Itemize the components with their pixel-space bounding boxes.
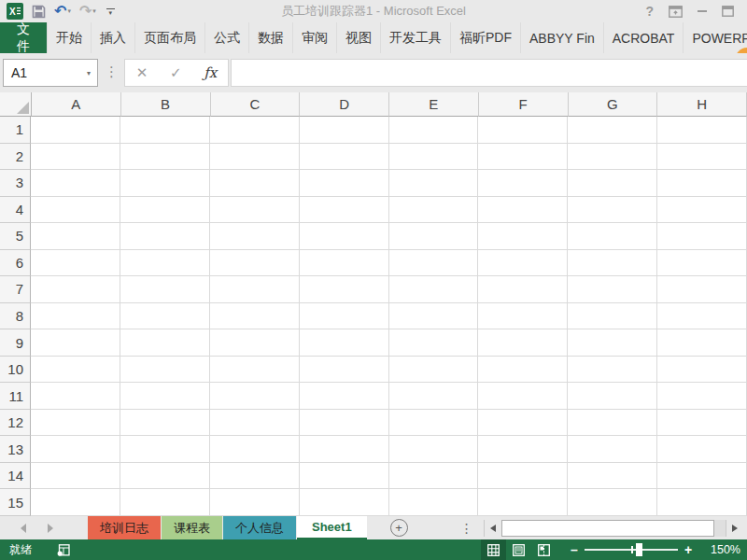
row-header[interactable]: 1 xyxy=(0,117,31,144)
cell[interactable] xyxy=(210,357,300,384)
cell[interactable] xyxy=(210,117,300,144)
cell[interactable] xyxy=(300,250,389,277)
row-header[interactable]: 14 xyxy=(0,463,31,490)
cell[interactable] xyxy=(657,197,747,224)
cell[interactable] xyxy=(657,383,747,410)
cell[interactable] xyxy=(120,383,210,410)
cell[interactable] xyxy=(568,250,657,277)
page-layout-view-button[interactable] xyxy=(506,539,531,560)
enter-icon[interactable]: ✓ xyxy=(170,64,182,81)
redo-dropdown-icon[interactable]: ▾ xyxy=(92,7,96,15)
cell[interactable] xyxy=(300,117,389,144)
cell[interactable] xyxy=(210,223,300,250)
cell[interactable] xyxy=(31,303,120,330)
cell[interactable] xyxy=(389,223,479,250)
cell[interactable] xyxy=(31,117,120,144)
cell[interactable] xyxy=(389,144,479,171)
cell[interactable] xyxy=(210,410,300,437)
cell[interactable] xyxy=(478,170,568,197)
cell[interactable] xyxy=(31,436,120,463)
cell[interactable] xyxy=(478,223,568,250)
cell[interactable] xyxy=(300,197,389,224)
sheet-tab[interactable]: 课程表 xyxy=(162,516,222,539)
ribbon-tab[interactable]: ABBYY Fin xyxy=(521,22,604,53)
cell[interactable] xyxy=(31,329,120,357)
row-header[interactable]: 7 xyxy=(0,276,31,303)
cell[interactable] xyxy=(300,357,389,384)
cell[interactable] xyxy=(568,357,657,384)
cell[interactable] xyxy=(31,144,120,171)
cell[interactable] xyxy=(657,223,747,250)
excel-app-icon[interactable]: X xyxy=(7,3,23,20)
cell[interactable] xyxy=(120,197,210,224)
cell[interactable] xyxy=(31,223,120,250)
cell[interactable] xyxy=(478,303,568,330)
name-box[interactable]: A1 ▾ xyxy=(3,59,98,87)
cell[interactable] xyxy=(568,463,657,490)
minimize-icon[interactable] xyxy=(698,10,707,12)
cell[interactable] xyxy=(568,223,657,250)
row-header[interactable]: 12 xyxy=(0,410,31,437)
cell[interactable] xyxy=(657,357,747,384)
cell[interactable] xyxy=(568,117,657,144)
cell[interactable] xyxy=(568,383,657,410)
cell[interactable] xyxy=(657,329,747,357)
row-header[interactable]: 6 xyxy=(0,250,31,277)
cell[interactable] xyxy=(120,463,210,490)
row-header[interactable]: 11 xyxy=(0,383,31,410)
row-header[interactable]: 8 xyxy=(0,303,31,330)
cell[interactable] xyxy=(120,489,210,516)
cell[interactable] xyxy=(478,329,568,357)
ribbon-tab[interactable]: 福昕PDF xyxy=(451,22,521,53)
zoom-level-label[interactable]: 150% xyxy=(705,543,740,556)
cell[interactable] xyxy=(210,436,300,463)
cell[interactable] xyxy=(31,463,120,490)
cell[interactable] xyxy=(300,329,389,357)
ribbon-tab[interactable]: 插入 xyxy=(92,22,135,53)
help-icon[interactable]: ? xyxy=(645,4,654,19)
cell[interactable] xyxy=(389,276,479,303)
cell[interactable] xyxy=(568,410,657,437)
ribbon-tab[interactable]: 页面布局 xyxy=(135,22,205,53)
new-sheet-button[interactable]: + xyxy=(390,519,408,537)
cell[interactable] xyxy=(478,410,568,437)
cell[interactable] xyxy=(120,436,210,463)
ribbon-tab[interactable]: 开发工具 xyxy=(381,22,451,53)
cell[interactable] xyxy=(120,410,210,437)
cell[interactable] xyxy=(31,276,120,303)
ribbon-tab[interactable]: 审阅 xyxy=(293,22,337,53)
ribbon-tab[interactable]: 视图 xyxy=(337,22,381,53)
cell[interactable] xyxy=(657,436,747,463)
scroll-right-button[interactable] xyxy=(726,520,743,537)
cell[interactable] xyxy=(478,250,568,277)
cell[interactable] xyxy=(210,383,300,410)
redo-button[interactable]: ↷ ▾ xyxy=(79,4,96,19)
cell[interactable] xyxy=(478,144,568,171)
cell[interactable] xyxy=(210,276,300,303)
cell[interactable] xyxy=(389,357,479,384)
cell[interactable] xyxy=(478,436,568,463)
cell[interactable] xyxy=(120,223,210,250)
cell[interactable] xyxy=(120,276,210,303)
cell[interactable] xyxy=(568,303,657,330)
cancel-icon[interactable]: ✕ xyxy=(136,64,148,81)
cell[interactable] xyxy=(31,489,120,516)
cell[interactable] xyxy=(120,117,210,144)
column-header[interactable]: H xyxy=(657,92,747,117)
sheet-tab[interactable]: Sheet1 xyxy=(297,516,367,539)
sheet-tab[interactable]: 培训日志 xyxy=(88,516,161,539)
cell[interactable] xyxy=(478,117,568,144)
cell[interactable] xyxy=(31,357,120,384)
cell[interactable] xyxy=(657,410,747,437)
ribbon-tab[interactable]: 公式 xyxy=(205,22,249,53)
ribbon-display-options-icon[interactable] xyxy=(669,6,683,18)
ribbon-tab[interactable]: ACROBAT xyxy=(604,22,684,53)
page-break-preview-button[interactable] xyxy=(531,539,557,560)
ribbon-tab[interactable]: POWERPI xyxy=(684,22,747,53)
cell[interactable] xyxy=(31,410,120,437)
formula-input[interactable] xyxy=(231,59,747,87)
ribbon-tab[interactable]: 数据 xyxy=(249,22,293,53)
undo-button[interactable]: ↶ ▾ xyxy=(54,4,71,19)
cell[interactable] xyxy=(210,170,300,197)
cell[interactable] xyxy=(120,170,210,197)
